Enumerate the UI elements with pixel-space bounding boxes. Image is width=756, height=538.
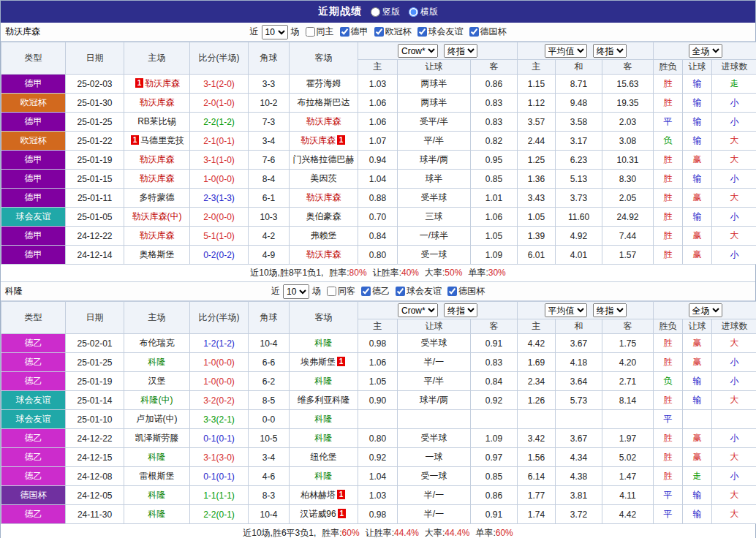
- avg-home-odds: 6.01: [518, 246, 556, 265]
- score[interactable]: 2-1(0-1): [203, 136, 235, 146]
- same-away-checkbox[interactable]: 同客: [324, 285, 355, 298]
- home-team[interactable]: 科隆: [148, 490, 166, 500]
- home-team[interactable]: 科隆(中): [141, 395, 173, 405]
- home-team[interactable]: 卢加诺(中): [137, 414, 178, 424]
- col-away: 客场: [290, 302, 358, 334]
- score[interactable]: 3-1(1-0): [203, 155, 235, 165]
- league-checkbox[interactable]: 德国杯: [445, 285, 485, 298]
- score[interactable]: 1-0(0-0): [203, 357, 235, 368]
- score[interactable]: 0-2(0-2): [203, 250, 235, 260]
- away-team[interactable]: 汉诺威96: [300, 509, 336, 519]
- score[interactable]: 3-2(0-2): [203, 395, 235, 406]
- away-team[interactable]: 纽伦堡: [311, 452, 337, 462]
- away-team[interactable]: 科隆: [315, 471, 333, 481]
- match-row: 球会友谊25-01-10卢加诺(中)3-3(2-1)0-0科隆平: [1, 410, 756, 429]
- results-table: 类型 日期 主场 比分(半场) 角球 客场 Crow* 终指 平均值 终指: [1, 42, 756, 265]
- score[interactable]: 2-2(0-1): [203, 509, 235, 520]
- away-team[interactable]: 勒沃库森: [300, 135, 336, 145]
- away-team[interactable]: 勒沃库森: [306, 192, 341, 202]
- home-team[interactable]: 勒沃库森: [140, 97, 175, 107]
- league-checkbox[interactable]: 欧冠杯: [371, 26, 412, 38]
- home-team[interactable]: 勒沃库森: [145, 78, 180, 88]
- away-team[interactable]: 柏林赫塔: [300, 490, 336, 500]
- away-team[interactable]: 门兴格拉德巴赫: [293, 154, 355, 164]
- home-team[interactable]: 科隆: [148, 509, 166, 519]
- away-team[interactable]: 勒沃库森: [306, 249, 341, 259]
- away-team[interactable]: 勒沃库森: [306, 116, 341, 126]
- away-team[interactable]: 霍芬海姆: [306, 78, 341, 88]
- away-team-cell: 科隆: [290, 410, 358, 429]
- away-team[interactable]: 科隆: [315, 433, 333, 443]
- away-team[interactable]: 弗赖堡: [311, 230, 337, 240]
- match-date: 25-01-15: [66, 170, 124, 189]
- layout-radio-horizontal[interactable]: 横版: [409, 6, 438, 18]
- league-checkbox[interactable]: 德甲: [337, 26, 368, 38]
- corner-score: 10-4: [249, 334, 290, 353]
- home-team[interactable]: RB莱比锡: [137, 116, 176, 126]
- home-team[interactable]: 多特蒙德: [140, 192, 175, 202]
- match-date: 25-01-14: [66, 391, 124, 410]
- home-team[interactable]: 汉堡: [148, 376, 166, 386]
- avg-draw-odds: 3.81: [556, 486, 602, 505]
- home-team[interactable]: 勒沃库森(中): [132, 211, 182, 221]
- home-team[interactable]: 布伦瑞克: [140, 338, 175, 348]
- score[interactable]: 2-0(0-0): [203, 212, 235, 222]
- final-odds-select[interactable]: 终指: [444, 303, 477, 317]
- away-team[interactable]: 维多利亚科隆: [298, 395, 350, 405]
- home-team[interactable]: 勒沃库森: [140, 230, 175, 240]
- score-cell: 1-2(1-2): [190, 334, 249, 353]
- score[interactable]: 3-1(3-0): [203, 452, 235, 463]
- fulltime-select[interactable]: 全场: [689, 303, 722, 317]
- col-corner: 角球: [249, 302, 290, 334]
- score[interactable]: 3-3(2-1): [203, 414, 235, 425]
- score[interactable]: 3-1(2-0): [203, 79, 235, 89]
- away-team[interactable]: 科隆: [315, 376, 333, 386]
- away-team[interactable]: 美因茨: [311, 173, 337, 183]
- score[interactable]: 5-1(1-0): [203, 231, 235, 241]
- home-team[interactable]: 勒沃库森: [140, 154, 175, 164]
- score[interactable]: 1-2(1-2): [203, 338, 235, 349]
- score[interactable]: 0-1(0-1): [203, 433, 235, 444]
- bookmaker-select[interactable]: Crow*: [398, 303, 438, 317]
- home-team[interactable]: 科隆: [148, 452, 166, 462]
- score[interactable]: 1-0(0-0): [203, 376, 235, 387]
- home-team[interactable]: 雷根斯堡: [140, 471, 175, 481]
- fulltime-select[interactable]: 全场: [689, 44, 722, 58]
- league-checkbox[interactable]: 德国杯: [466, 26, 507, 38]
- games-count-select[interactable]: 10: [283, 284, 309, 299]
- league-checkbox[interactable]: 德乙: [358, 285, 390, 298]
- games-count-select[interactable]: 10: [262, 25, 288, 39]
- away-team[interactable]: 科隆: [315, 414, 333, 424]
- score[interactable]: 2-0(1-0): [203, 98, 235, 108]
- league-checkbox[interactable]: 球会友谊: [415, 26, 464, 38]
- final-odds-select[interactable]: 终指: [444, 44, 477, 58]
- away-team[interactable]: 布拉格斯巴达: [298, 97, 350, 107]
- final-odds-select[interactable]: 终指: [593, 303, 627, 317]
- away-team[interactable]: 埃弗斯堡: [300, 357, 336, 367]
- league-checkbox[interactable]: 球会友谊: [393, 285, 442, 298]
- same-home-checkbox[interactable]: 同主: [303, 26, 334, 38]
- final-odds-select[interactable]: 终指: [593, 44, 627, 58]
- score[interactable]: 1-0(0-0): [203, 174, 235, 184]
- average-select[interactable]: 平均值: [545, 303, 587, 317]
- home-team[interactable]: 勒沃库森: [140, 173, 175, 183]
- home-team[interactable]: 奥格斯堡: [140, 249, 175, 259]
- goals-result: 小: [712, 429, 756, 448]
- score[interactable]: 2-3(1-3): [203, 193, 235, 203]
- red-card-badge: 1: [337, 490, 345, 499]
- home-team[interactable]: 马德里竞技: [140, 135, 184, 145]
- away-team[interactable]: 奥伯豪森: [306, 211, 341, 221]
- score[interactable]: 2-2(1-2): [203, 117, 235, 127]
- score-cell: 1-0(0-0): [190, 353, 249, 372]
- bookmaker-select[interactable]: Crow*: [398, 44, 438, 58]
- horizontal-radio[interactable]: [409, 7, 418, 17]
- score[interactable]: 0-1(0-1): [203, 471, 235, 482]
- layout-radio-vertical[interactable]: 竖版: [371, 6, 400, 18]
- home-team[interactable]: 科隆: [148, 357, 166, 367]
- score[interactable]: 1-1(1-1): [203, 490, 235, 501]
- score-cell: 2-0(0-0): [190, 208, 249, 227]
- home-team[interactable]: 凯泽斯劳滕: [135, 433, 179, 443]
- away-team[interactable]: 科隆: [315, 338, 333, 348]
- vertical-radio[interactable]: [371, 7, 380, 17]
- average-select[interactable]: 平均值: [545, 44, 587, 58]
